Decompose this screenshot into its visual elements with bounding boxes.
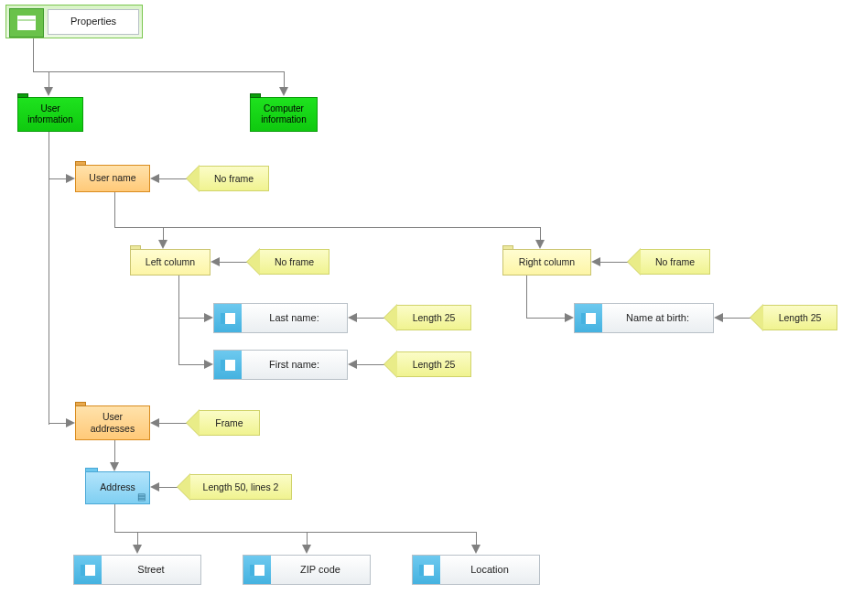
arrowhead (150, 174, 159, 183)
arrowhead (348, 360, 357, 369)
note-first-name-length[interactable]: Length 25 (384, 351, 471, 377)
arrowhead (302, 545, 311, 554)
node-user-addresses[interactable]: User addresses (75, 405, 150, 440)
arrowhead (471, 545, 480, 554)
edge (33, 38, 34, 71)
edge (114, 440, 115, 462)
edge (723, 318, 750, 319)
node-address[interactable]: Address ▤ (85, 471, 150, 504)
node-user-information[interactable]: User information (17, 97, 83, 132)
arrowhead (714, 313, 723, 322)
edge (159, 178, 187, 179)
arrowhead (591, 257, 600, 266)
edge (526, 276, 527, 318)
arrowhead (158, 240, 167, 249)
node-field-street[interactable]: Street (73, 555, 201, 585)
note-address-length[interactable]: Length 50, lines 2 (178, 474, 292, 500)
edge (357, 364, 384, 365)
node-root-label: Properties (48, 9, 139, 35)
edge (476, 532, 477, 545)
edge (526, 318, 565, 319)
edge (220, 262, 247, 263)
node-field-name-at-birth[interactable]: Name at birth: (574, 303, 714, 333)
note-left-column-noframe[interactable]: No frame (247, 249, 329, 275)
field-icon (575, 304, 603, 332)
svg-rect-8 (581, 313, 586, 324)
arrowhead (66, 418, 75, 427)
note-user-addresses-frame[interactable]: Frame (187, 410, 260, 436)
multi-instance-icon: ▤ (137, 492, 146, 503)
edge (33, 71, 285, 72)
node-field-last-name[interactable]: Last name: (213, 303, 348, 333)
arrowhead (66, 174, 75, 183)
node-right-column[interactable]: Right column (502, 249, 591, 276)
edge (114, 227, 541, 228)
arrowhead (44, 87, 53, 96)
svg-rect-6 (221, 360, 225, 371)
node-field-first-name[interactable]: First name: (213, 350, 348, 380)
edge (357, 318, 384, 319)
edge (600, 262, 628, 263)
arrowhead (150, 418, 159, 427)
edge (114, 532, 476, 533)
edge (163, 227, 164, 240)
edge (114, 192, 115, 227)
arrowhead (204, 313, 213, 322)
arrowhead (150, 482, 159, 492)
field-icon (413, 556, 441, 584)
edge (178, 364, 204, 365)
window-icon (9, 8, 44, 38)
arrowhead (133, 545, 142, 554)
node-field-zip-code[interactable]: ZIP code (243, 555, 371, 585)
svg-rect-10 (81, 565, 85, 576)
arrowhead (110, 462, 119, 471)
field-icon (243, 556, 272, 584)
svg-rect-14 (419, 565, 424, 576)
edge (49, 132, 49, 425)
arrowhead (348, 313, 357, 322)
node-computer-information[interactable]: Computer information (250, 97, 318, 132)
edge (159, 487, 178, 488)
note-user-name-noframe[interactable]: No frame (187, 166, 269, 191)
edge (307, 532, 308, 545)
arrowhead (279, 87, 288, 96)
svg-rect-12 (250, 565, 254, 576)
note-right-column-noframe[interactable]: No frame (628, 249, 710, 275)
edge (49, 71, 49, 87)
edge (178, 318, 204, 319)
field-icon (214, 304, 243, 332)
arrowhead (565, 313, 574, 322)
arrowhead (204, 360, 213, 369)
edge (159, 423, 187, 424)
svg-rect-4 (221, 313, 225, 324)
svg-rect-1 (18, 16, 36, 20)
node-root[interactable]: Properties (5, 5, 143, 38)
field-icon (74, 556, 103, 584)
edge (114, 504, 115, 532)
field-icon (214, 351, 243, 379)
edge (49, 423, 66, 424)
edge (284, 71, 285, 87)
node-left-column[interactable]: Left column (130, 249, 211, 276)
edge (137, 532, 138, 545)
node-field-location[interactable]: Location (412, 555, 540, 585)
arrowhead (211, 257, 220, 266)
note-last-name-length[interactable]: Length 25 (384, 305, 471, 330)
edge (49, 178, 66, 179)
arrowhead (535, 240, 545, 249)
node-user-name[interactable]: User name (75, 165, 150, 192)
diagram-canvas: Properties User information Computer inf… (0, 0, 853, 616)
edge (178, 276, 179, 364)
edge (540, 227, 541, 240)
note-name-at-birth-length[interactable]: Length 25 (750, 305, 837, 330)
